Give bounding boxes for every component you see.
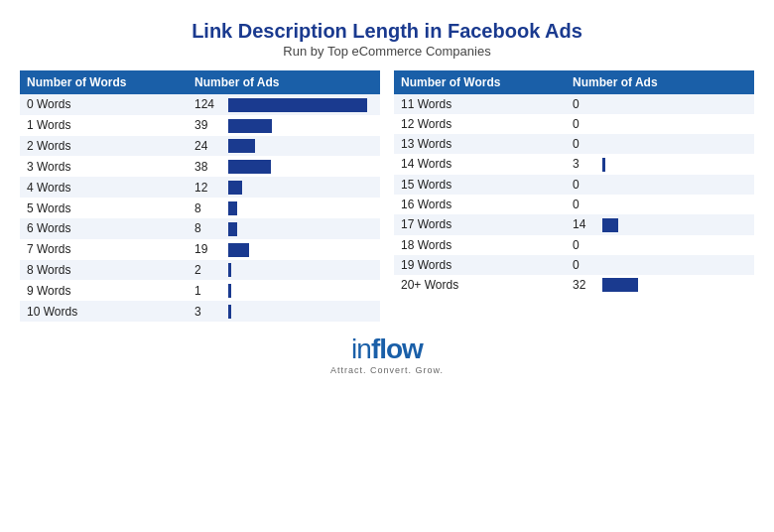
count-cell: 3 [566, 154, 595, 175]
bar-cell [221, 280, 380, 301]
left-table: Number of Words Number of Ads 0 Words124… [20, 70, 380, 322]
words-cell: 20+ Words [394, 275, 566, 296]
table-row: 18 Words0 [394, 235, 754, 255]
bar-cell [221, 94, 380, 115]
bar-cell [221, 115, 380, 136]
count-cell: 8 [188, 198, 221, 218]
logo-text: inflow [351, 335, 423, 363]
table-row: 5 Words8 [20, 198, 380, 218]
count-cell: 0 [566, 94, 595, 114]
bar [228, 139, 255, 153]
words-cell: 9 Words [20, 280, 188, 301]
count-cell: 0 [566, 255, 595, 275]
bar [228, 160, 271, 174]
tables-container: Number of Words Number of Ads 0 Words124… [20, 70, 754, 322]
count-cell: 12 [188, 177, 221, 198]
count-cell: 8 [188, 218, 221, 239]
logo-tagline: Attract. Convert. Grow. [330, 365, 444, 375]
bar [228, 201, 237, 215]
words-cell: 16 Words [394, 195, 566, 214]
table-row: 6 Words8 [20, 218, 380, 239]
bar-cell [221, 156, 380, 177]
bar-cell [221, 301, 380, 322]
count-cell: 0 [566, 134, 595, 154]
words-cell: 15 Words [394, 175, 566, 195]
bar-cell [595, 255, 754, 275]
table-row: 12 Words0 [394, 114, 754, 134]
bar-cell [595, 275, 754, 296]
bar [228, 181, 242, 195]
bar [228, 305, 231, 319]
right-table-wrap: Number of Words Number of Ads 11 Words01… [394, 70, 754, 322]
words-cell: 4 Words [20, 177, 188, 198]
count-cell: 39 [188, 115, 221, 136]
table-row: 3 Words38 [20, 156, 380, 177]
words-cell: 10 Words [20, 301, 188, 322]
bar-cell [221, 260, 380, 281]
words-cell: 6 Words [20, 218, 188, 239]
logo-area: inflow Attract. Convert. Grow. [330, 335, 444, 375]
bar [228, 243, 249, 257]
bar [228, 222, 237, 236]
count-cell: 3 [188, 301, 221, 322]
count-cell: 19 [188, 239, 221, 260]
bar [228, 284, 231, 298]
bar-cell [221, 198, 380, 218]
words-cell: 14 Words [394, 154, 566, 175]
words-cell: 19 Words [394, 255, 566, 275]
bar [228, 98, 367, 112]
table-row: 4 Words12 [20, 177, 380, 198]
table-row: 8 Words2 [20, 260, 380, 281]
table-row: 11 Words0 [394, 94, 754, 114]
count-cell: 0 [566, 175, 595, 195]
table-row: 16 Words0 [394, 195, 754, 214]
bar-cell [221, 136, 380, 157]
count-cell: 14 [566, 214, 595, 235]
count-cell: 0 [566, 114, 595, 134]
left-col2-header: Number of Ads [188, 70, 380, 94]
table-row: 15 Words0 [394, 175, 754, 195]
count-cell: 0 [566, 235, 595, 255]
bar [228, 119, 272, 133]
bar-cell [595, 195, 754, 214]
table-row: 14 Words3 [394, 154, 754, 175]
table-row: 13 Words0 [394, 134, 754, 154]
table-row: 7 Words19 [20, 239, 380, 260]
table-row: 20+ Words32 [394, 275, 754, 296]
bar-cell [221, 177, 380, 198]
count-cell: 32 [566, 275, 595, 296]
bar-cell [595, 214, 754, 235]
count-cell: 1 [188, 280, 221, 301]
table-row: 9 Words1 [20, 280, 380, 301]
page-subtitle: Run by Top eCommerce Companies [283, 44, 490, 59]
count-cell: 38 [188, 156, 221, 177]
left-table-wrap: Number of Words Number of Ads 0 Words124… [20, 70, 380, 322]
words-cell: 7 Words [20, 239, 188, 260]
table-row: 17 Words14 [394, 214, 754, 235]
words-cell: 1 Words [20, 115, 188, 136]
table-row: 10 Words3 [20, 301, 380, 322]
right-col2-header: Number of Ads [566, 70, 754, 94]
page-title: Link Description Length in Facebook Ads [192, 18, 582, 44]
bar-cell [595, 114, 754, 134]
count-cell: 0 [566, 195, 595, 214]
bar-cell [595, 94, 754, 114]
right-col1-header: Number of Words [394, 70, 566, 94]
bar [602, 158, 605, 172]
left-col1-header: Number of Words [20, 70, 188, 94]
bar-cell [221, 218, 380, 239]
words-cell: 0 Words [20, 94, 188, 115]
words-cell: 3 Words [20, 156, 188, 177]
logo-flow: flow [371, 333, 423, 364]
bar [602, 218, 618, 232]
bar [602, 278, 638, 292]
words-cell: 13 Words [394, 134, 566, 154]
right-table: Number of Words Number of Ads 11 Words01… [394, 70, 754, 295]
words-cell: 8 Words [20, 260, 188, 281]
count-cell: 124 [188, 94, 221, 115]
words-cell: 2 Words [20, 136, 188, 157]
words-cell: 5 Words [20, 198, 188, 218]
table-row: 19 Words0 [394, 255, 754, 275]
bar-cell [595, 235, 754, 255]
bar [228, 263, 231, 277]
